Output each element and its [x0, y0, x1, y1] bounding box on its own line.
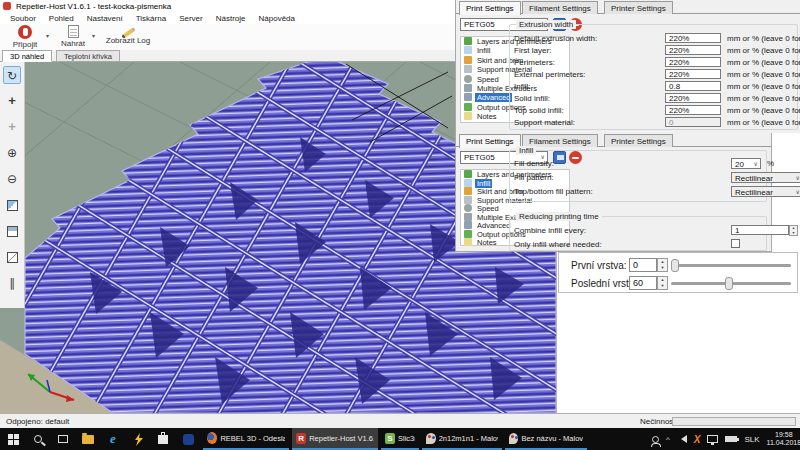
tab-3d-preview[interactable]: 3D náhled — [2, 50, 52, 62]
menu-napoveda[interactable]: Nápověda — [259, 14, 295, 23]
slicer1-tab-printer[interactable]: Printer Settings — [604, 1, 673, 14]
view-tabstrip: 3D náhled Teplotní křivka — [0, 50, 455, 62]
menu-server[interactable]: Server — [179, 14, 203, 23]
menu-pohled[interactable]: Pohled — [49, 14, 74, 23]
people-icon[interactable] — [652, 436, 659, 443]
rotate-view-icon[interactable]: ↻ — [3, 66, 21, 84]
edge-icon: e — [110, 431, 116, 447]
app-button[interactable] — [177, 428, 199, 450]
document-icon — [68, 25, 79, 38]
system-tray: ^ X SLK 19:58 11.04.2018 1 — [652, 428, 800, 450]
load-button[interactable]: Nahrát — [55, 25, 91, 48]
show-log-button[interactable]: Zobrazit Log — [100, 25, 156, 45]
combine-infill-input[interactable]: 1 — [731, 225, 789, 235]
edge-button[interactable]: e — [102, 428, 124, 450]
notes-icon — [464, 238, 472, 246]
main-toolbar: Připojit ▾ Nahrát ▾ Zobrazit Log — [0, 24, 455, 50]
last-layer-value[interactable]: 60 — [629, 276, 657, 290]
first-layer-label: První vrstva: — [571, 260, 627, 271]
last-layer-slider[interactable] — [671, 282, 791, 285]
taskbar-slicer[interactable]: S Slic3r — [381, 428, 419, 450]
front-view-icon[interactable] — [3, 222, 21, 240]
slicer2-tab-printer[interactable]: Printer Settings — [604, 134, 673, 147]
menu-nastroje[interactable]: Nástroje — [216, 14, 246, 23]
solid-infill-width-input[interactable]: 220% — [665, 93, 721, 103]
taskbar: e REBEL 3D - Odeslat... R Repetier-Host … — [0, 428, 800, 450]
hidden-icons-chevron[interactable]: ^ — [666, 435, 670, 444]
output-icon — [464, 103, 472, 111]
support-material-width-input: 0 — [665, 117, 721, 127]
move-viewpoint-icon[interactable]: + — [3, 118, 21, 136]
taskbar-repetier[interactable]: R Repetier-Host V1.6... — [292, 428, 378, 450]
avast-icon[interactable]: X — [694, 434, 701, 445]
first-layer-value[interactable]: 0 — [629, 258, 657, 272]
fill-pattern-combo[interactable]: Rectilinear∨ — [731, 172, 800, 183]
connect-button[interactable]: Připojit — [4, 25, 46, 49]
parallel-projection-icon[interactable]: ∥ — [3, 274, 21, 292]
skirt-icon — [464, 56, 472, 64]
layers-icon — [464, 170, 472, 178]
start-button[interactable] — [2, 428, 24, 450]
top-bottom-fill-pattern-combo[interactable]: Rectilinear∨ — [731, 186, 800, 197]
wrench-icon — [464, 93, 472, 101]
menu-tiskarna[interactable]: Tiskárna — [136, 14, 166, 23]
volume-icon[interactable] — [677, 435, 687, 443]
isometric-view-icon[interactable] — [3, 196, 21, 214]
taskbar-firefox[interactable]: REBEL 3D - Odeslat... — [203, 428, 289, 450]
taskbar-paint2[interactable]: Bez názvu - Malová... — [505, 428, 587, 450]
first-layer-spinner[interactable]: ▲▼ — [657, 258, 668, 272]
menu-soubor[interactable]: Soubor — [10, 14, 36, 23]
layer-range-box: První vrstva: 0 ▲▼ Poslední vrstva: 60 ▲… — [558, 252, 798, 293]
menu-nastaveni[interactable]: Nastavení — [87, 14, 123, 23]
last-layer-slider-thumb[interactable] — [725, 277, 733, 290]
store-button[interactable] — [152, 428, 174, 450]
slicer1-tab-filament[interactable]: Filament Settings — [522, 1, 598, 14]
tab-temperature-curve[interactable]: Teplotní křivka — [56, 50, 120, 62]
first-layer-width-input[interactable]: 220% — [665, 45, 721, 55]
last-layer-spinner[interactable]: ▲▼ — [657, 276, 668, 290]
paint-icon — [509, 433, 518, 444]
firefox-icon — [207, 432, 217, 444]
layers-icon — [464, 37, 472, 45]
move-object-icon[interactable]: + — [3, 92, 21, 110]
battery-icon[interactable] — [725, 436, 737, 442]
top-view-icon[interactable] — [3, 248, 21, 266]
progress-bar — [672, 417, 796, 426]
combine-infill-spinner[interactable]: ▲▼ — [789, 225, 798, 236]
slicer-window-advanced: Print Settings Filament Settings Printer… — [455, 0, 800, 133]
task-view-button[interactable] — [52, 428, 74, 450]
zoom-in-icon[interactable]: ⊕ — [3, 144, 21, 162]
extruders-icon — [464, 213, 472, 221]
first-layer-slider[interactable] — [671, 264, 791, 267]
store-bag-icon — [158, 435, 168, 444]
app-icon — [3, 2, 11, 10]
connect-dropdown-icon[interactable]: ▾ — [46, 32, 49, 39]
taskbar-paint1[interactable]: 2n12m1n1 - Malov... — [422, 428, 502, 450]
fill-density-combo[interactable]: 20∨ — [731, 158, 761, 169]
first-layer-slider-thumb[interactable] — [671, 259, 679, 272]
output-icon — [464, 230, 472, 238]
paint-icon — [426, 433, 436, 444]
windows-logo-icon — [8, 434, 19, 445]
language-indicator[interactable]: SLK — [744, 435, 759, 444]
winamp-button[interactable] — [127, 428, 149, 450]
display-icon[interactable] — [707, 435, 718, 443]
top-solid-infill-width-input[interactable]: 220% — [665, 105, 721, 115]
slicer1-tab-print[interactable]: Print Settings — [459, 1, 521, 15]
search-button[interactable] — [27, 428, 49, 450]
zoom-out-icon[interactable]: ⊖ — [3, 170, 21, 188]
perimeters-width-input[interactable]: 220% — [665, 57, 721, 67]
external-perimeters-width-input[interactable]: 220% — [665, 69, 721, 79]
file-explorer-button[interactable] — [77, 428, 99, 450]
support-icon — [464, 196, 472, 204]
slicer2-tab-print[interactable]: Print Settings — [459, 134, 521, 148]
load-dropdown-icon[interactable]: ▾ — [92, 32, 95, 39]
folder-icon — [82, 435, 94, 444]
speed-icon — [464, 204, 472, 212]
viewport-toolbar: ↻ + + ⊕ ⊖ ∥ — [0, 62, 25, 308]
infill-icon — [464, 46, 472, 54]
default-extrusion-width-input[interactable]: 220% — [665, 33, 721, 43]
only-infill-checkbox[interactable] — [731, 239, 740, 248]
infill-width-input[interactable]: 0.8 — [665, 81, 721, 91]
clock[interactable]: 19:58 11.04.2018 — [767, 431, 800, 447]
